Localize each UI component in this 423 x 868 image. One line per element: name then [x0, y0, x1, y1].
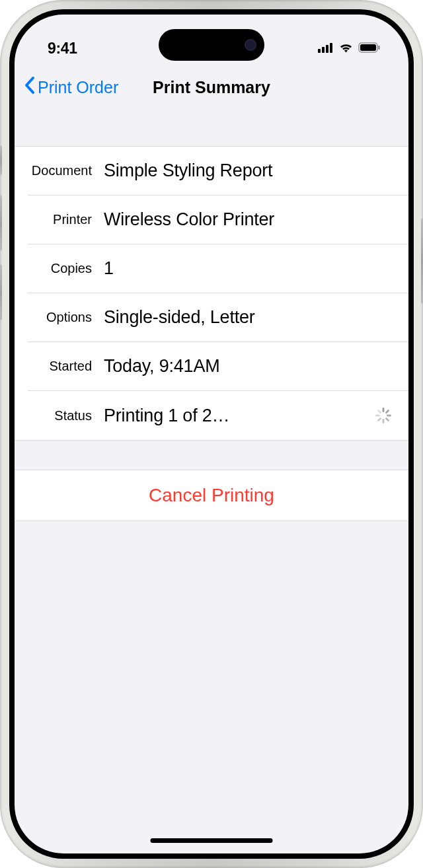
svg-rect-2: [326, 45, 328, 53]
row-copies: Copies 1: [28, 244, 408, 293]
screen: 9:41: [15, 15, 408, 853]
wifi-icon: [338, 42, 354, 55]
svg-rect-10: [385, 417, 390, 422]
row-value-started: Today, 9:41 AM: [104, 356, 395, 377]
row-value-options: Single-sided, Letter: [104, 307, 395, 328]
mute-switch: [0, 145, 2, 175]
svg-rect-6: [379, 46, 380, 50]
device-frame: 9:41: [0, 0, 423, 868]
volume-up-button: [0, 195, 2, 251]
svg-rect-13: [375, 415, 380, 417]
row-label-copies: Copies: [28, 261, 104, 276]
svg-rect-12: [377, 417, 382, 422]
svg-rect-0: [318, 49, 321, 53]
back-label: Print Order: [38, 78, 118, 97]
dynamic-island: [159, 29, 264, 61]
svg-rect-5: [360, 44, 376, 51]
svg-rect-9: [387, 415, 391, 417]
row-label-document: Document: [28, 163, 104, 178]
chevron-left-icon: [24, 76, 35, 98]
row-value-printer: Wireless Color Printer: [104, 209, 395, 230]
front-camera: [245, 39, 256, 51]
svg-rect-14: [377, 410, 382, 414]
volume-down-button: [0, 264, 2, 320]
actions-group: Cancel Printing: [15, 470, 408, 521]
summary-list: Document Simple Styling Report Printer W…: [15, 146, 408, 441]
svg-rect-8: [385, 410, 390, 414]
row-label-started: Started: [28, 359, 104, 374]
navigation-bar: Print Order Print Summary: [15, 64, 408, 114]
svg-rect-7: [383, 408, 385, 412]
row-status: Status Printing 1 of 2…: [28, 391, 408, 440]
battery-icon: [358, 42, 381, 55]
svg-rect-1: [322, 47, 325, 53]
row-value-copies: 1: [104, 258, 395, 279]
row-options: Options Single-sided, Letter: [28, 293, 408, 342]
cellular-icon: [318, 42, 334, 55]
svg-rect-11: [383, 419, 385, 423]
home-indicator[interactable]: [151, 838, 273, 843]
content-area: Document Simple Styling Report Printer W…: [15, 146, 408, 521]
row-label-printer: Printer: [28, 212, 104, 227]
row-label-status: Status: [28, 408, 104, 423]
status-icons: [318, 42, 381, 55]
row-value-status: Printing 1 of 2…: [104, 406, 374, 426]
row-label-options: Options: [28, 310, 104, 325]
row-started: Started Today, 9:41 AM: [28, 342, 408, 391]
row-printer: Printer Wireless Color Printer: [28, 196, 408, 244]
row-document: Document Simple Styling Report: [28, 147, 408, 196]
status-time: 9:41: [48, 40, 77, 57]
page-title: Print Summary: [153, 78, 270, 97]
cancel-printing-button[interactable]: Cancel Printing: [15, 470, 408, 521]
svg-rect-3: [330, 43, 332, 53]
spinner-icon: [374, 406, 393, 425]
back-button[interactable]: Print Order: [24, 76, 118, 98]
row-value-document: Simple Styling Report: [104, 161, 395, 181]
device-bezel: 9:41: [9, 9, 414, 859]
